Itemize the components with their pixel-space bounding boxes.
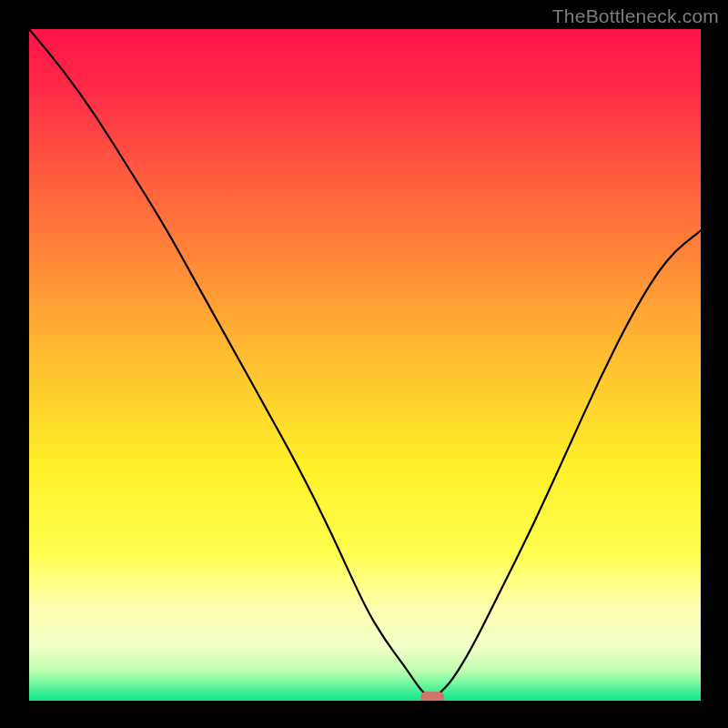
chart-frame: TheBottleneck.com: [0, 0, 728, 728]
curve-layer: [29, 29, 701, 701]
plot-area: [29, 29, 701, 701]
watermark-text: TheBottleneck.com: [552, 5, 719, 27]
minimum-marker: [420, 692, 444, 701]
bottleneck-curve: [29, 29, 701, 699]
